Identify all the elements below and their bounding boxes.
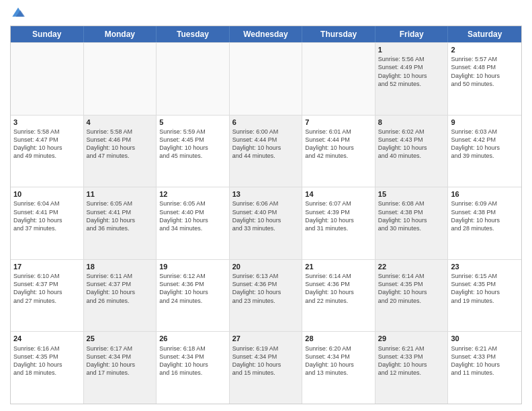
day-number: 22 <box>378 262 445 271</box>
cal-cell-28: 28Sunrise: 6:20 AM Sunset: 4:34 PM Dayli… <box>302 332 375 404</box>
day-number: 17 <box>13 262 81 271</box>
cal-cell-empty <box>157 43 230 115</box>
cal-row-0: 1Sunrise: 5:56 AM Sunset: 4:49 PM Daylig… <box>11 42 521 115</box>
day-number: 23 <box>451 262 519 271</box>
day-number: 26 <box>159 334 226 343</box>
cell-info: Sunrise: 5:58 AM Sunset: 4:47 PM Dayligh… <box>13 128 81 161</box>
day-number: 9 <box>451 118 519 127</box>
day-number: 28 <box>305 334 372 343</box>
day-number: 27 <box>232 334 300 343</box>
cell-info: Sunrise: 6:07 AM Sunset: 4:39 PM Dayligh… <box>305 199 372 232</box>
cell-info: Sunrise: 6:04 AM Sunset: 4:41 PM Dayligh… <box>13 199 81 232</box>
cell-info: Sunrise: 6:12 AM Sunset: 4:36 PM Dayligh… <box>159 272 226 305</box>
cell-info: Sunrise: 5:56 AM Sunset: 4:49 PM Dayligh… <box>378 55 445 88</box>
cal-cell-15: 15Sunrise: 6:08 AM Sunset: 4:38 PM Dayli… <box>375 187 449 259</box>
cal-cell-11: 11Sunrise: 6:05 AM Sunset: 4:41 PM Dayli… <box>84 187 157 259</box>
cell-info: Sunrise: 6:09 AM Sunset: 4:38 PM Dayligh… <box>451 199 519 232</box>
cell-info: Sunrise: 6:11 AM Sunset: 4:37 PM Dayligh… <box>87 272 154 305</box>
page: SundayMondayTuesdayWednesdayThursdayFrid… <box>0 0 532 411</box>
logo <box>10 7 25 20</box>
cell-info: Sunrise: 6:16 AM Sunset: 4:35 PM Dayligh… <box>13 345 81 377</box>
cell-info: Sunrise: 6:17 AM Sunset: 4:34 PM Dayligh… <box>87 345 154 377</box>
day-number: 18 <box>87 262 154 271</box>
cell-info: Sunrise: 6:10 AM Sunset: 4:37 PM Dayligh… <box>13 272 81 305</box>
cal-cell-empty <box>230 43 303 115</box>
day-number: 13 <box>232 189 300 199</box>
calendar: SundayMondayTuesdayWednesdayThursdayFrid… <box>10 26 522 404</box>
cal-cell-empty <box>84 43 157 115</box>
cal-cell-16: 16Sunrise: 6:09 AM Sunset: 4:38 PM Dayli… <box>448 187 521 259</box>
cell-info: Sunrise: 6:05 AM Sunset: 4:40 PM Dayligh… <box>159 199 226 232</box>
cal-cell-23: 23Sunrise: 6:15 AM Sunset: 4:35 PM Dayli… <box>448 260 521 332</box>
cell-info: Sunrise: 6:21 AM Sunset: 4:33 PM Dayligh… <box>451 345 519 377</box>
cal-cell-14: 14Sunrise: 6:07 AM Sunset: 4:39 PM Dayli… <box>302 187 375 259</box>
day-number: 24 <box>13 334 81 343</box>
cal-cell-25: 25Sunrise: 6:17 AM Sunset: 4:34 PM Dayli… <box>84 332 157 404</box>
cell-info: Sunrise: 5:59 AM Sunset: 4:45 PM Dayligh… <box>159 128 226 161</box>
day-number: 11 <box>87 189 154 199</box>
cell-info: Sunrise: 6:06 AM Sunset: 4:40 PM Dayligh… <box>232 199 300 232</box>
day-number: 20 <box>232 262 300 271</box>
cal-cell-4: 4Sunrise: 5:58 AM Sunset: 4:46 PM Daylig… <box>84 116 157 187</box>
cal-cell-27: 27Sunrise: 6:19 AM Sunset: 4:34 PM Dayli… <box>230 332 303 404</box>
day-number: 19 <box>159 262 226 271</box>
day-number: 6 <box>232 118 300 127</box>
day-number: 10 <box>13 189 81 199</box>
cal-header-wednesday: Wednesday <box>230 26 303 42</box>
cell-info: Sunrise: 6:14 AM Sunset: 4:36 PM Dayligh… <box>305 272 372 305</box>
day-number: 3 <box>13 118 81 127</box>
cal-cell-2: 2Sunrise: 5:57 AM Sunset: 4:48 PM Daylig… <box>448 43 521 115</box>
cell-info: Sunrise: 6:13 AM Sunset: 4:36 PM Dayligh… <box>232 272 300 305</box>
cal-header-monday: Monday <box>84 26 157 42</box>
page-header <box>10 7 522 20</box>
cell-info: Sunrise: 6:02 AM Sunset: 4:43 PM Dayligh… <box>378 128 445 161</box>
cal-cell-30: 30Sunrise: 6:21 AM Sunset: 4:33 PM Dayli… <box>448 332 521 404</box>
cal-cell-21: 21Sunrise: 6:14 AM Sunset: 4:36 PM Dayli… <box>302 260 375 332</box>
cell-info: Sunrise: 6:00 AM Sunset: 4:44 PM Dayligh… <box>232 128 300 161</box>
day-number: 5 <box>159 118 226 127</box>
cal-header-friday: Friday <box>375 26 449 42</box>
cal-header-tuesday: Tuesday <box>157 26 230 42</box>
cal-cell-6: 6Sunrise: 6:00 AM Sunset: 4:44 PM Daylig… <box>230 116 303 187</box>
cal-cell-22: 22Sunrise: 6:14 AM Sunset: 4:35 PM Dayli… <box>375 260 449 332</box>
cal-cell-1: 1Sunrise: 5:56 AM Sunset: 4:49 PM Daylig… <box>375 43 449 115</box>
cell-info: Sunrise: 6:21 AM Sunset: 4:33 PM Dayligh… <box>378 345 445 377</box>
day-number: 30 <box>451 334 519 343</box>
cell-info: Sunrise: 6:03 AM Sunset: 4:42 PM Dayligh… <box>451 128 519 161</box>
cell-info: Sunrise: 5:57 AM Sunset: 4:48 PM Dayligh… <box>451 55 519 88</box>
cal-cell-24: 24Sunrise: 6:16 AM Sunset: 4:35 PM Dayli… <box>11 332 84 404</box>
day-number: 21 <box>305 262 372 271</box>
cal-header-saturday: Saturday <box>448 26 521 42</box>
cell-info: Sunrise: 6:05 AM Sunset: 4:41 PM Dayligh… <box>87 199 154 232</box>
cal-row-3: 17Sunrise: 6:10 AM Sunset: 4:37 PM Dayli… <box>11 259 521 332</box>
day-number: 4 <box>87 118 154 127</box>
cell-info: Sunrise: 6:14 AM Sunset: 4:35 PM Dayligh… <box>378 272 445 305</box>
day-number: 16 <box>451 189 519 199</box>
cal-cell-18: 18Sunrise: 6:11 AM Sunset: 4:37 PM Dayli… <box>84 260 157 332</box>
cell-info: Sunrise: 6:15 AM Sunset: 4:35 PM Dayligh… <box>451 272 519 305</box>
cal-cell-7: 7Sunrise: 6:01 AM Sunset: 4:44 PM Daylig… <box>302 116 375 187</box>
cal-cell-8: 8Sunrise: 6:02 AM Sunset: 4:43 PM Daylig… <box>375 116 449 187</box>
cal-cell-3: 3Sunrise: 5:58 AM Sunset: 4:47 PM Daylig… <box>11 116 84 187</box>
cal-cell-17: 17Sunrise: 6:10 AM Sunset: 4:37 PM Dayli… <box>11 260 84 332</box>
cal-row-4: 24Sunrise: 6:16 AM Sunset: 4:35 PM Dayli… <box>11 331 521 404</box>
cal-cell-12: 12Sunrise: 6:05 AM Sunset: 4:40 PM Dayli… <box>157 187 230 259</box>
cal-cell-20: 20Sunrise: 6:13 AM Sunset: 4:36 PM Dayli… <box>230 260 303 332</box>
cal-cell-29: 29Sunrise: 6:21 AM Sunset: 4:33 PM Dayli… <box>375 332 449 404</box>
cal-cell-9: 9Sunrise: 6:03 AM Sunset: 4:42 PM Daylig… <box>448 116 521 187</box>
calendar-body: 1Sunrise: 5:56 AM Sunset: 4:49 PM Daylig… <box>11 42 521 404</box>
day-number: 25 <box>87 334 154 343</box>
cell-info: Sunrise: 6:18 AM Sunset: 4:34 PM Dayligh… <box>159 345 226 377</box>
cal-cell-10: 10Sunrise: 6:04 AM Sunset: 4:41 PM Dayli… <box>11 187 84 259</box>
calendar-header: SundayMondayTuesdayWednesdayThursdayFrid… <box>11 26 521 42</box>
day-number: 7 <box>305 118 372 127</box>
logo-icon <box>11 7 25 20</box>
cal-cell-empty <box>302 43 375 115</box>
day-number: 29 <box>378 334 445 343</box>
cal-cell-26: 26Sunrise: 6:18 AM Sunset: 4:34 PM Dayli… <box>157 332 230 404</box>
cal-cell-5: 5Sunrise: 5:59 AM Sunset: 4:45 PM Daylig… <box>157 116 230 187</box>
cal-header-sunday: Sunday <box>11 26 84 42</box>
day-number: 14 <box>305 189 372 199</box>
day-number: 12 <box>159 189 226 199</box>
cal-row-2: 10Sunrise: 6:04 AM Sunset: 4:41 PM Dayli… <box>11 187 521 259</box>
